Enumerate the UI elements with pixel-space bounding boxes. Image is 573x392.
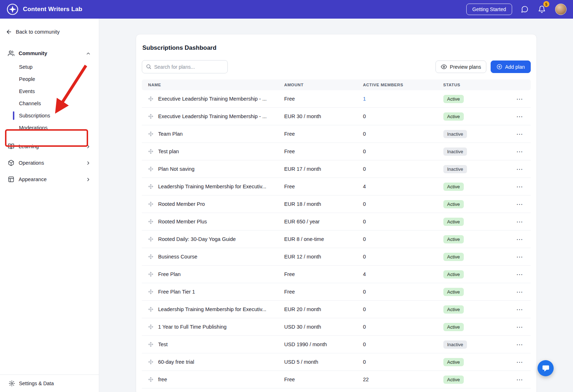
preview-plans-button[interactable]: Preview plans — [435, 61, 486, 73]
sidebar-section-appearance[interactable]: Appearance — [6, 173, 93, 186]
plan-status-cell: Active — [443, 270, 514, 279]
plan-status-cell: Active — [443, 288, 514, 296]
appearance-section-label: Appearance — [19, 176, 81, 182]
row-actions-cell: ⋯ — [514, 270, 531, 279]
sidebar-item-setup[interactable]: Setup — [13, 61, 93, 73]
row-menu-button[interactable]: ⋯ — [514, 129, 526, 139]
drag-handle-icon[interactable] — [148, 131, 153, 136]
plan-name-cell: Leadership Training Membership for Execu… — [148, 306, 284, 312]
sidebar-item-channels[interactable]: Channels — [13, 97, 93, 110]
row-menu-button[interactable]: ⋯ — [514, 147, 526, 156]
notifications-button[interactable]: 5 — [536, 4, 547, 15]
status-badge: Inactive — [443, 165, 467, 173]
drag-handle-icon[interactable] — [148, 307, 153, 312]
plan-status-cell: Active — [443, 305, 514, 314]
drag-handle-icon[interactable] — [148, 237, 153, 242]
status-badge: Active — [443, 358, 464, 366]
plan-name: 60-day free trial — [158, 359, 199, 365]
community-section-label: Community — [19, 50, 81, 56]
sidebar-item-subscriptions[interactable]: Subscriptions — [13, 110, 93, 122]
plan-active-members: 0 — [363, 342, 443, 347]
drag-handle-icon[interactable] — [148, 272, 153, 277]
row-menu-button[interactable]: ⋯ — [514, 357, 526, 367]
plan-amount: EUR 8 / one-time — [284, 236, 363, 242]
sidebar-item-moderations[interactable]: Moderations — [13, 122, 93, 134]
user-avatar[interactable] — [555, 4, 567, 15]
drag-handle-icon[interactable] — [148, 114, 153, 119]
drag-handle-icon[interactable] — [148, 289, 153, 294]
plan-name: Executive Leadership Training Membership… — [158, 113, 271, 119]
drag-handle-icon[interactable] — [148, 166, 153, 171]
drag-handle-icon[interactable] — [148, 342, 153, 347]
getting-started-button[interactable]: Getting Started — [466, 4, 512, 15]
subscriptions-card: Subscriptions Dashboard Preview plans — [136, 34, 537, 392]
messages-button[interactable] — [519, 4, 530, 15]
drag-handle-icon[interactable] — [148, 324, 153, 329]
row-actions-cell: ⋯ — [514, 375, 531, 384]
row-actions-cell: ⋯ — [514, 340, 531, 349]
row-menu-button[interactable]: ⋯ — [514, 217, 526, 227]
table-row: Plan Not saving EUR 17 / month 0 Inactiv… — [142, 160, 531, 178]
plan-status-cell: Inactive — [443, 340, 514, 349]
row-menu-button[interactable]: ⋯ — [514, 252, 526, 262]
row-actions-cell: ⋯ — [514, 182, 531, 192]
column-header-status: STATUS — [443, 83, 514, 87]
drag-handle-icon[interactable] — [148, 254, 153, 259]
table-row: 1 Year to Full Time Publishing USD 30 / … — [142, 318, 531, 336]
chat-bubble-icon — [521, 5, 529, 13]
row-menu-button[interactable]: ⋯ — [514, 270, 526, 279]
row-menu-button[interactable]: ⋯ — [514, 322, 526, 332]
table-row: Rooted Member Pro EUR 18 / month 0 Activ… — [142, 195, 531, 213]
sidebar-item-people[interactable]: People — [13, 73, 93, 85]
chat-launcher-button[interactable] — [538, 360, 554, 376]
search-input[interactable] — [142, 60, 228, 73]
row-menu-button[interactable]: ⋯ — [514, 164, 526, 174]
drag-handle-icon[interactable] — [148, 359, 153, 364]
plan-active-members: 0 — [363, 131, 443, 137]
row-menu-button[interactable]: ⋯ — [514, 375, 526, 384]
sidebar-item-events[interactable]: Events — [13, 85, 93, 97]
arrow-left-icon — [6, 29, 12, 35]
row-menu-button[interactable]: ⋯ — [514, 287, 526, 297]
drag-handle-icon[interactable] — [148, 219, 153, 224]
row-menu-button[interactable]: ⋯ — [514, 340, 526, 349]
row-menu-button[interactable]: ⋯ — [514, 94, 526, 104]
row-menu-button[interactable]: ⋯ — [514, 305, 526, 314]
app-logo-icon[interactable] — [6, 3, 19, 15]
drag-handle-icon[interactable] — [148, 149, 153, 154]
row-actions-cell: ⋯ — [514, 129, 531, 139]
sidebar-section-operations[interactable]: Operations — [6, 156, 93, 170]
plan-amount: USD 1990 / month — [284, 342, 363, 347]
plan-name-cell: Test plan — [148, 149, 284, 154]
plan-status-cell: Active — [443, 95, 514, 103]
status-badge: Inactive — [443, 340, 467, 349]
table-row: Test USD 1990 / month 0 Inactive ⋯ — [142, 336, 531, 353]
plan-status-cell: Active — [443, 358, 514, 366]
drag-handle-icon[interactable] — [148, 202, 153, 207]
row-menu-button[interactable]: ⋯ — [514, 182, 526, 192]
sidebar-section-learning[interactable]: Learning — [6, 140, 93, 153]
plan-active-members: 1 — [363, 96, 443, 102]
add-plan-button[interactable]: Add plan — [491, 61, 530, 73]
plan-name: Leadership Training Membership for Execu… — [158, 184, 271, 189]
row-actions-cell: ⋯ — [514, 199, 531, 209]
row-menu-button[interactable]: ⋯ — [514, 112, 526, 121]
plan-status-cell: Active — [443, 323, 514, 331]
learning-icon — [8, 143, 14, 150]
search-box — [142, 60, 228, 73]
plan-status-cell: Active — [443, 112, 514, 121]
drag-handle-icon[interactable] — [148, 184, 153, 189]
plan-amount: EUR 30 / month — [284, 113, 363, 119]
plan-amount: USD 5 / month — [284, 359, 363, 365]
row-menu-button[interactable]: ⋯ — [514, 234, 526, 244]
settings-and-data-link[interactable]: Settings & Data — [0, 374, 99, 392]
column-header-active-members: ACTIVE MEMBERS — [363, 83, 443, 87]
plan-status-cell: Active — [443, 218, 514, 226]
back-to-community-link[interactable]: Back to community — [6, 29, 93, 35]
drag-handle-icon[interactable] — [148, 377, 153, 382]
row-menu-button[interactable]: ⋯ — [514, 199, 526, 209]
sidebar-section-community[interactable]: Community — [6, 47, 93, 60]
plan-name-cell: 1 Year to Full Time Publishing — [148, 324, 284, 330]
operations-section-label: Operations — [19, 160, 81, 166]
drag-handle-icon[interactable] — [148, 96, 153, 101]
